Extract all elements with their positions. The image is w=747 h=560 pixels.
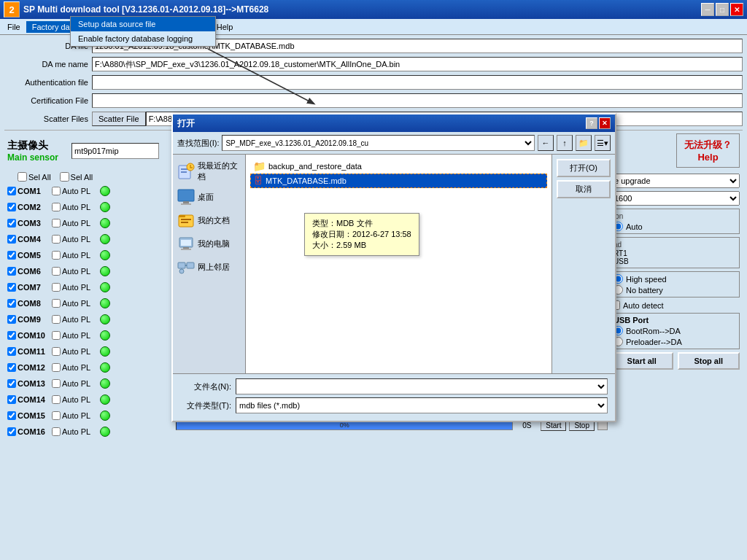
com9-auto-checkbox[interactable] <box>52 315 61 324</box>
com14-checkbox[interactable] <box>7 395 16 404</box>
time-label-16: 0S <box>516 421 538 429</box>
auth-input[interactable] <box>92 75 743 90</box>
dialog-title-bar: 打开 ? ✕ <box>173 114 615 132</box>
com6-label: COM6 <box>18 267 50 276</box>
com2-auto-checkbox[interactable] <box>52 203 61 211</box>
dialog-help-button[interactable]: ? <box>586 117 597 129</box>
recent-docs-icon <box>177 163 195 180</box>
com1-label: COM1 <box>18 187 50 195</box>
com1-auto-checkbox[interactable] <box>52 187 61 195</box>
sel-all-1[interactable]: Sel All <box>18 172 51 182</box>
cert-input[interactable] <box>92 93 743 108</box>
svg-rect-14 <box>181 240 191 246</box>
com5-auto-checkbox[interactable] <box>52 251 61 260</box>
com16-auto-checkbox[interactable] <box>52 427 61 436</box>
bootrom-da-option[interactable]: BootRom-->DA <box>614 326 737 335</box>
com-row-9: COM9 Auto PL <box>4 311 176 327</box>
sidebar-recent-docs[interactable]: 我最近的文档 <box>173 158 245 185</box>
auto-radio-label: Auto <box>626 222 643 231</box>
upgrade-help[interactable]: Help <box>684 152 732 163</box>
menu-enable-logging[interactable]: Enable factory database logging <box>71 31 215 46</box>
dialog-path-select[interactable]: SP_MDF_exe_v3.1236.01_A2012.09.18_cu <box>222 135 535 151</box>
nav-view-button[interactable]: ☰▾ <box>595 135 611 151</box>
da-name-input[interactable] <box>92 57 743 71</box>
com7-checkbox[interactable] <box>7 283 16 292</box>
tooltip-size: 大小：2.59 MB <box>312 240 411 251</box>
com8-auto-checkbox[interactable] <box>52 299 61 308</box>
com-row-13: COM13 Auto PL <box>4 376 176 392</box>
dialog-close-button[interactable]: ✕ <box>599 117 611 129</box>
com4-checkbox[interactable] <box>7 235 16 244</box>
com-row-7: COM7 Auto PL <box>4 279 176 295</box>
com1-checkbox[interactable] <box>7 187 16 195</box>
preloader-da-option[interactable]: Preloader-->DA <box>614 337 737 346</box>
nav-up-button[interactable]: ↑ <box>557 135 573 151</box>
sidebar-desktop[interactable]: 桌面 <box>173 185 245 209</box>
svg-point-18 <box>179 269 184 273</box>
sensor-value-input[interactable] <box>71 143 159 159</box>
com8-checkbox[interactable] <box>7 299 16 308</box>
nav-newfolder-button[interactable]: 📁 <box>576 135 592 151</box>
folder-backup-label: backup_and_restore_data <box>268 162 362 171</box>
nav-back-button[interactable]: ← <box>538 135 554 151</box>
com12-checkbox[interactable] <box>7 363 16 372</box>
com7-auto-checkbox[interactable] <box>52 283 61 292</box>
scatter-file-button[interactable]: Scatter File <box>92 112 146 126</box>
com5-checkbox[interactable] <box>7 251 16 260</box>
com16-checkbox[interactable] <box>7 427 16 436</box>
com4-auto-checkbox[interactable] <box>52 235 61 244</box>
com9-checkbox[interactable] <box>7 315 16 324</box>
stop-all-button[interactable]: Stop all <box>678 352 740 370</box>
desktop-label: 桌面 <box>198 192 214 203</box>
com6-auto-checkbox[interactable] <box>52 267 61 276</box>
start-all-button[interactable]: Start all <box>611 352 673 370</box>
com11-status-dot <box>100 346 110 357</box>
com15-checkbox[interactable] <box>7 411 16 420</box>
com3-checkbox[interactable] <box>7 219 16 228</box>
sel-all-checkbox-2[interactable] <box>60 172 69 182</box>
menu-file[interactable]: File <box>1 21 26 33</box>
com13-auto-checkbox[interactable] <box>52 379 61 388</box>
sidebar-my-computer[interactable]: 我的电脑 <box>173 232 245 255</box>
com10-checkbox[interactable] <box>7 331 16 340</box>
com11-checkbox[interactable] <box>7 347 16 356</box>
sidebar-network[interactable]: 网上邻居 <box>173 255 245 279</box>
com14-auto-checkbox[interactable] <box>52 395 61 404</box>
no-battery-option[interactable]: No battery <box>614 285 737 295</box>
com2-checkbox[interactable] <box>7 203 16 211</box>
close-button[interactable]: ✕ <box>730 3 743 16</box>
auto-detect-option[interactable]: Auto detect <box>611 300 740 310</box>
minimize-button[interactable]: ─ <box>701 3 714 16</box>
recent-docs-label: 我最近的文档 <box>198 160 241 182</box>
sel-all-2[interactable]: Sel All <box>60 172 93 182</box>
com15-auto-checkbox[interactable] <box>52 411 61 420</box>
high-speed-option[interactable]: High speed <box>614 274 737 284</box>
maximize-button[interactable]: □ <box>716 3 729 16</box>
com13-checkbox[interactable] <box>7 379 16 388</box>
sel-all-checkbox-1[interactable] <box>18 172 27 182</box>
com9-label: COM9 <box>18 315 50 324</box>
dialog-open-button[interactable]: 打开(O) <box>557 159 611 177</box>
com3-auto-checkbox[interactable] <box>52 219 61 228</box>
com-row-8: COM8 Auto PL <box>4 295 176 311</box>
folder-backup[interactable]: 📁 backup_and_restore_data <box>250 159 547 174</box>
dialog-cancel-button[interactable]: 取消 <box>557 180 611 198</box>
file-mdb[interactable]: 🗄 MTK_DATABASE.mdb <box>250 174 547 188</box>
cert-row: Certification File <box>4 93 743 109</box>
file-tooltip: 类型：MDB 文件 修改日期：2012-6-27 13:58 大小：2.59 M… <box>304 213 419 256</box>
speed-select[interactable]: 1600 <box>611 191 740 206</box>
com7-auto-label: Auto PL <box>62 283 98 292</box>
com10-auto-checkbox[interactable] <box>52 331 61 340</box>
sidebar-my-docs[interactable]: 我的文档 <box>173 209 245 232</box>
upgrade-select[interactable]: e upgrade <box>611 174 740 188</box>
com11-auto-checkbox[interactable] <box>52 347 61 356</box>
com5-status-dot <box>100 250 110 260</box>
com12-auto-checkbox[interactable] <box>52 363 61 372</box>
com13-label: COM13 <box>18 379 50 388</box>
filetype-select[interactable]: mdb files (*.mdb) <box>236 397 608 413</box>
filename-input[interactable] <box>236 378 608 394</box>
com6-checkbox[interactable] <box>7 267 16 276</box>
auth-label: Authentication file <box>4 78 92 87</box>
menu-setup-data-source[interactable]: Setup data source file <box>71 17 215 31</box>
file-open-dialog: 打开 ? ✕ 查找范围(I): SP_MDF_exe_v3.1236.01_A2… <box>171 113 616 422</box>
